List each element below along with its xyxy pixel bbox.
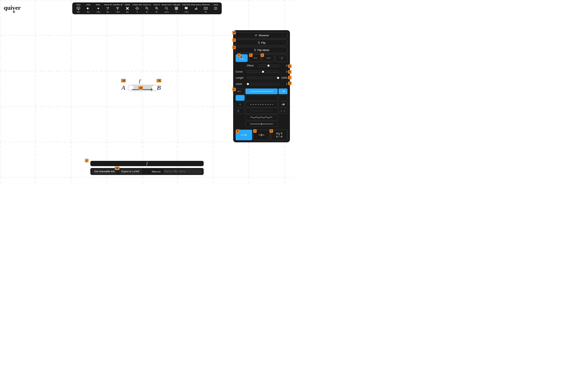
label-pos-right[interactable] (276, 54, 287, 62)
reset-zoom-icon (164, 6, 169, 11)
hint-export: ⌘E (115, 167, 120, 170)
toolbar-hide-grid[interactable]: Hide grid H (172, 3, 181, 13)
node-a[interactable]: A (121, 84, 125, 91)
toolbar-save[interactable]: Save www. ⌘S (73, 3, 83, 13)
hint-kind-adjunction: J (253, 129, 257, 133)
about-icon (214, 6, 218, 11)
shortcuts-icon (204, 6, 208, 11)
svg-point-5 (108, 7, 109, 8)
flip-labels-button[interactable]: Flip labels (236, 47, 287, 53)
svg-point-18 (195, 8, 196, 9)
tail-hook[interactable] (236, 89, 245, 94)
svg-point-19 (196, 8, 197, 9)
tail-none[interactable] (236, 95, 245, 101)
flip-labels-icon (254, 49, 256, 51)
export-latex-button[interactable]: Export to LaTeX (119, 169, 142, 174)
svg-point-28 (277, 137, 277, 137)
select-all-icon (106, 6, 110, 11)
toolbar-reset-zoom[interactable]: Reset zoom 141% (162, 3, 172, 13)
reverse-icon (254, 34, 258, 36)
tail-bar[interactable] (236, 101, 245, 107)
toolbar: Save www. ⌘S Undo ⌘Z Redo ⇧⌘Z Select all… (72, 2, 222, 14)
macros-label: Macros: (152, 170, 161, 173)
toolbar-hide-hints[interactable]: Hide hints ⇧⌘H (181, 3, 191, 13)
offset-slider[interactable]: Offset: 0 (236, 63, 287, 68)
head-double[interactable] (278, 101, 287, 107)
arrow-style-grid (236, 89, 287, 127)
hint-flip: F (232, 38, 236, 42)
zoom-out-icon (145, 6, 149, 11)
deselect-all-icon (116, 6, 120, 11)
kind-pullback[interactable] (271, 130, 287, 140)
length-slider[interactable]: Length: 100% (236, 75, 287, 80)
flip-icon (258, 41, 260, 44)
toolbar-shortcuts[interactable]: Shortcuts ⌘/ (201, 3, 211, 13)
toolbar-delete[interactable]: Delete ⌦ (122, 3, 132, 13)
toolbar-deselect-all[interactable]: Deselect all ⇧⌘A (113, 3, 122, 13)
svg-point-27 (281, 133, 282, 133)
centre-view-icon (135, 6, 139, 11)
toolbar-undo[interactable]: Undo ⌘Z (83, 3, 93, 13)
edge-kind-row (236, 130, 287, 140)
svg-point-11 (137, 8, 138, 8)
toolbar-show-queue[interactable]: Show queue (191, 3, 201, 13)
head-arrow[interactable] (278, 89, 287, 94)
tail-hook-down[interactable] (236, 108, 245, 114)
hint-curve: K (288, 70, 292, 74)
body-dashed[interactable] (245, 101, 278, 107)
undo-icon (86, 6, 90, 11)
body-dotted[interactable] (245, 108, 278, 114)
svg-rect-25 (281, 58, 282, 59)
flip-button[interactable]: Flip (236, 40, 287, 46)
toolbar-about[interactable]: About (211, 3, 221, 13)
hint-label-input: ↵ (85, 159, 88, 162)
toolbar-zoom-in[interactable]: Zoom in ⌘= (152, 3, 162, 13)
head-none[interactable] (278, 95, 287, 101)
svg-text:quiver: quiver (4, 4, 21, 11)
reverse-button[interactable]: Reverse (236, 32, 287, 38)
redo-icon (96, 6, 100, 11)
app-logo: quiver (4, 4, 24, 14)
hide-grid-icon (174, 6, 178, 11)
svg-point-7 (117, 7, 117, 8)
svg-point-17 (186, 8, 186, 8)
toolbar-redo[interactable]: Redo ⇧⌘Z (93, 3, 103, 13)
toolbar-centre-view[interactable]: Centre view G (132, 3, 142, 13)
svg-point-4 (107, 7, 108, 8)
hint-label-pos-v: V (237, 53, 241, 57)
side-panel: Reverse Flip Flip labels Offset: 0 Curve… (233, 30, 290, 142)
node-b[interactable]: B (157, 84, 161, 91)
show-queue-icon (194, 6, 198, 11)
hint-flip-labels: E (232, 46, 236, 49)
macros-input[interactable] (163, 169, 202, 174)
svg-rect-24 (268, 58, 268, 58)
body-none[interactable] (245, 95, 278, 101)
body-barred[interactable] (245, 121, 278, 127)
hint-length: L (288, 76, 292, 79)
save-icon: www. (76, 6, 80, 11)
level-slider[interactable]: Level: 1 (236, 82, 287, 86)
label-input[interactable]: f (90, 161, 204, 166)
svg-point-6 (107, 8, 108, 9)
svg-point-8 (118, 7, 119, 8)
label-pos-over[interactable] (262, 54, 274, 62)
edge-f-label[interactable]: f (139, 78, 140, 84)
svg-point-14 (165, 7, 167, 9)
svg-rect-15 (175, 7, 178, 9)
body-squiggly[interactable] (245, 115, 278, 120)
head-harpoon[interactable] (278, 108, 287, 114)
hide-hints-icon (184, 6, 188, 11)
body-solid[interactable] (245, 89, 278, 94)
curve-slider[interactable]: Curve: 0 (236, 69, 287, 74)
share-button[interactable]: Get shareable link (92, 169, 117, 174)
hint-kind-arrow: A (236, 129, 240, 133)
svg-point-9 (117, 8, 118, 9)
svg-rect-23 (254, 58, 255, 58)
svg-text:www.: www. (77, 7, 80, 8)
toolbar-zoom-out[interactable]: Zoom out ⌘- (142, 3, 152, 13)
svg-point-26 (277, 133, 277, 133)
hint-level: M (288, 82, 292, 85)
toolbar-select-all[interactable]: Select all ⌘A (103, 3, 113, 13)
svg-rect-22 (241, 57, 242, 58)
hint-label-pos-c: C (249, 53, 252, 57)
